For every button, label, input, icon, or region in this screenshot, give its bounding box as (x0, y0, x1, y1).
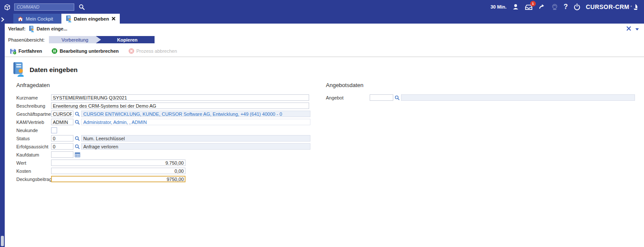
save-continue-icon (10, 48, 16, 54)
tab-label: Mein Cockpit (26, 16, 53, 21)
pause-editing-button[interactable]: Bearbeitung unterbrechen (52, 48, 119, 54)
field-row-beschreibung: Beschreibung (5, 102, 644, 110)
sidebar-collapsed-strip[interactable] (0, 14, 5, 247)
field-label: Status (16, 136, 51, 141)
clear-history-icon[interactable] (626, 26, 631, 32)
phase-vorbereitung[interactable]: Vorbereitung (49, 36, 101, 43)
status-display: Num. Leerschlüssel (81, 135, 310, 142)
beschreibung-input[interactable] (51, 102, 309, 109)
field-row-neukunde: Neukunde (5, 126, 644, 134)
angebot-input[interactable] (370, 94, 393, 101)
redo-arrow-icon[interactable] (538, 4, 546, 10)
history-label: Verlauf: (8, 26, 25, 31)
deckungsbeitrag-input[interactable] (51, 176, 185, 182)
top-bar: 30 Min. 1 ? CURSOR-CRM° (0, 0, 644, 14)
help-icon[interactable]: ? (564, 3, 568, 11)
field-label: Neukunde (16, 128, 51, 133)
brand-logo: CURSOR-CRM° (586, 3, 638, 10)
document-person-icon (66, 15, 71, 22)
user-icon[interactable] (512, 3, 519, 10)
field-label: Deckungsbeitrag (16, 177, 51, 182)
field-label: Kurzname (16, 95, 51, 100)
field-row-deckungsbeitrag: Deckungsbeitrag (5, 175, 644, 183)
erfolgsaussicht-display: Anfrage verloren (81, 143, 310, 150)
search-icon[interactable] (79, 4, 85, 10)
command-input[interactable] (14, 3, 74, 11)
lookup-icon[interactable] (73, 111, 81, 117)
field-row-wert: Wert (5, 159, 644, 167)
calendar-icon[interactable] (73, 152, 81, 157)
field-row-status: Status Num. Leerschlüssel (5, 134, 644, 142)
notification-badge: 1 (530, 1, 536, 6)
document-person-icon (29, 26, 34, 32)
sync-status-icon (551, 3, 558, 10)
history-dropdown-icon[interactable] (635, 26, 639, 31)
field-row-angebot: Angebot (326, 93, 635, 102)
process-toolbar: Fortfahren Bearbeitung unterbrechen Proz… (5, 45, 644, 57)
phase-overview-bar: Phasenübersicht: Vorbereitung Kopieren (5, 34, 644, 45)
field-label: Geschäftspartner (16, 111, 51, 117)
tab-bar: Mein Cockpit Daten eingeben (5, 14, 644, 24)
status-input[interactable] (51, 135, 73, 142)
section-heading-angebotsdaten: Angebotsdaten (326, 82, 635, 88)
strip-grip[interactable] (1, 236, 4, 246)
field-label: Wert (16, 160, 51, 166)
angebotsdaten-section: Angebotsdaten Angebot (326, 78, 635, 102)
field-label: Angebot (326, 95, 370, 100)
history-item[interactable]: Daten einge... (36, 26, 67, 31)
session-timer: 30 Min. (491, 4, 507, 9)
angebot-display (401, 94, 635, 101)
tab-daten-eingeben[interactable]: Daten eingeben (61, 14, 120, 24)
kam-link[interactable]: Administrator, Admin, , ADMIN (81, 119, 310, 125)
phase-overview-label: Phasenübersicht: (8, 37, 45, 42)
lookup-icon[interactable] (73, 136, 81, 141)
document-person-icon (12, 62, 24, 77)
main-panel: Daten eingeben Anfragedaten Kurzname Bes… (5, 57, 644, 247)
kosten-input[interactable] (51, 168, 185, 174)
erfolgsaussicht-input[interactable] (51, 143, 73, 150)
field-label: Kosten (16, 169, 51, 174)
field-label: Erfolgsaussicht (16, 144, 51, 149)
field-label: KAM/Vertrieb (16, 120, 51, 125)
phase-kopieren[interactable]: Kopieren (96, 36, 155, 43)
cancel-process-button: Prozess abbrechen (128, 48, 177, 54)
field-label: Kaufdatum (16, 152, 51, 157)
inbox-icon[interactable]: 1 (525, 4, 533, 10)
history-bar: Verlauf: Daten einge... (5, 24, 644, 34)
lookup-icon[interactable] (73, 144, 81, 149)
cancel-icon (128, 48, 134, 54)
close-tab-icon[interactable] (112, 17, 115, 21)
field-row-kosten: Kosten (5, 167, 644, 175)
field-row-kaufdatum: Kaufdatum (5, 151, 644, 159)
kurzname-input[interactable] (51, 94, 309, 101)
expand-sidebar-icon[interactable] (0, 16, 5, 24)
continue-button[interactable]: Fortfahren (10, 48, 42, 54)
field-row-erfolgsaussicht: Erfolgsaussicht Anfrage verloren (5, 142, 644, 151)
lookup-icon[interactable] (73, 120, 81, 125)
pause-icon (52, 48, 58, 54)
geschaeftspartner-link[interactable]: CURSOR ENTWICKLUNG, KUNDE, CURSOR Softwa… (81, 111, 310, 117)
kam-input[interactable] (51, 119, 73, 125)
page-title: Daten eingeben (30, 66, 78, 73)
neukunde-checkbox[interactable] (51, 127, 57, 133)
wert-input[interactable] (51, 160, 185, 166)
field-row-kam: KAM/Vertrieb Administrator, Admin, , ADM… (5, 118, 644, 126)
kaufdatum-input[interactable] (51, 151, 73, 158)
app-cube-icon[interactable] (3, 3, 11, 11)
field-row-geschaeftspartner: Geschäftspartner CURSOR ENTWICKLUNG, KUN… (5, 110, 644, 118)
lookup-icon[interactable] (393, 95, 401, 100)
tab-label: Daten eingeben (74, 16, 109, 21)
power-icon[interactable] (574, 3, 580, 10)
tab-mein-cockpit[interactable]: Mein Cockpit (13, 14, 61, 24)
geschaeftspartner-input[interactable] (51, 111, 73, 117)
home-icon (18, 16, 23, 21)
sailboat-icon (633, 4, 638, 10)
field-label: Beschreibung (16, 103, 51, 108)
